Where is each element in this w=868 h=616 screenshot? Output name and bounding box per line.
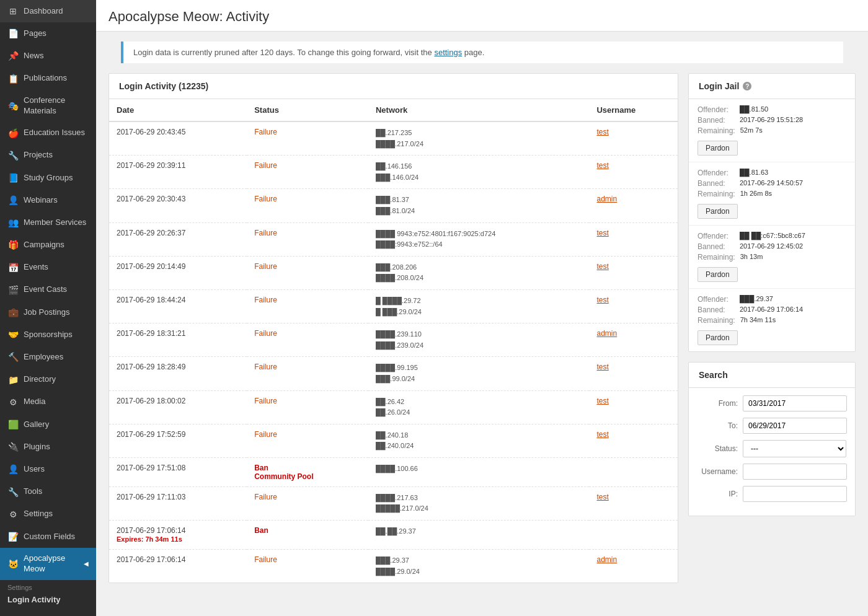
username-link[interactable]: test bbox=[596, 229, 608, 237]
cell-status: BanCommunity Pool bbox=[247, 457, 368, 486]
cell-status: Failure bbox=[247, 256, 368, 289]
cell-network: ████.99.195███.99.0/24 bbox=[368, 357, 589, 390]
username-link[interactable]: admin bbox=[596, 555, 617, 564]
sidebar-item-dashboard[interactable]: ⊞ Dashboard bbox=[0, 0, 96, 22]
sidebar-item-news[interactable]: 📌 News bbox=[0, 45, 96, 67]
sidebar-item-sponsorships[interactable]: 🤝 Sponsorships bbox=[0, 323, 96, 346]
pardon-button[interactable]: Pardon bbox=[698, 141, 738, 156]
sidebar-item-employees[interactable]: 🔨 Employees bbox=[0, 346, 96, 368]
table-row: 2017-06-29 17:11:03Failure████.217.63███… bbox=[109, 486, 678, 520]
sidebar-item-job-postings[interactable]: 💼 Job Postings bbox=[0, 301, 96, 323]
status-badge: Failure bbox=[254, 161, 277, 170]
banned-value: 2017-06-29 12:45:02 bbox=[740, 242, 803, 251]
username-link[interactable]: test bbox=[596, 493, 608, 501]
username-link[interactable]: test bbox=[596, 296, 608, 304]
username-link[interactable]: test bbox=[596, 128, 608, 136]
banned-label: Banned: bbox=[698, 116, 735, 125]
notice-text: Login data is currently pruned after 120… bbox=[133, 48, 432, 57]
offender-value: ███.29.37 bbox=[740, 295, 773, 304]
settings-section-label: Settings bbox=[0, 580, 96, 592]
table-row: 2017-06-29 17:52:59Failure██.240.18██.24… bbox=[109, 424, 678, 457]
offender-value: ██.81.50 bbox=[740, 105, 768, 114]
cell-username: test bbox=[589, 121, 678, 156]
table-row: 2017-06-29 18:31:21Failure████.239.110██… bbox=[109, 323, 678, 357]
status-badge: Ban bbox=[254, 526, 268, 535]
settings-link[interactable]: settings bbox=[434, 48, 462, 57]
projects-icon: 🔧 bbox=[7, 150, 19, 161]
sidebar-item-gallery[interactable]: 🟩 Gallery bbox=[0, 413, 96, 436]
activity-table-header: Login Activity (12235) bbox=[109, 74, 678, 99]
sidebar-item-directory[interactable]: 📁 Directory bbox=[0, 369, 96, 391]
publications-icon: 📋 bbox=[7, 73, 19, 84]
sidebar-item-publications[interactable]: 📋 Publications bbox=[0, 68, 96, 90]
pardon-button[interactable]: Pardon bbox=[698, 204, 738, 219]
to-label: To: bbox=[698, 421, 738, 430]
username-link[interactable]: test bbox=[596, 363, 608, 371]
login-activity-label: Login Activity bbox=[0, 592, 96, 609]
remaining-value: 52m 7s bbox=[740, 126, 763, 135]
activity-table-panel: Login Activity (12235) Date Status Netwo… bbox=[108, 73, 678, 583]
username-input[interactable] bbox=[743, 464, 847, 480]
username-link[interactable]: test bbox=[596, 430, 608, 439]
help-icon[interactable]: ? bbox=[743, 82, 751, 90]
cell-date: 2017-06-29 17:06:14Expires: 7h 34m 11s bbox=[109, 521, 247, 550]
cell-network: ██.26.42██.26.0/24 bbox=[368, 390, 589, 424]
jail-offender-row: Offender: ██ ██:c67::5bc8:c67 bbox=[698, 232, 846, 240]
offender-value: ██ ██:c67::5bc8:c67 bbox=[740, 232, 805, 240]
gallery-icon: 🟩 bbox=[7, 419, 19, 430]
sidebar-item-settings[interactable]: ⚙ Settings bbox=[0, 503, 96, 526]
sidebar-item-custom-fields[interactable]: 📝 Custom Fields bbox=[0, 526, 96, 548]
ip-label: IP: bbox=[698, 490, 738, 498]
pardon-button[interactable]: Pardon bbox=[698, 267, 738, 282]
jail-banned-row: Banned: 2017-06-29 15:51:28 bbox=[698, 116, 846, 125]
status-badge: BanCommunity Pool bbox=[254, 464, 313, 481]
sidebar-item-conference-materials[interactable]: 🎭 Conference Materials bbox=[0, 90, 96, 122]
to-input[interactable] bbox=[743, 418, 847, 434]
banned-value: 2017-06-29 15:51:28 bbox=[740, 116, 803, 125]
pardon-button[interactable]: Pardon bbox=[698, 330, 738, 345]
sidebar-item-plugins[interactable]: 🔌 Plugins bbox=[0, 436, 96, 458]
table-row: 2017-06-29 20:26:37Failure████ 9943:e752… bbox=[109, 222, 678, 256]
jail-offender-row: Offender: ███.29.37 bbox=[698, 295, 846, 304]
sidebar-item-media[interactable]: ⚙ Media bbox=[0, 391, 96, 413]
custom-fields-icon: 📝 bbox=[7, 531, 19, 542]
cell-username: admin bbox=[589, 323, 678, 357]
status-select[interactable]: --- Failure Ban bbox=[743, 440, 846, 457]
sidebar-item-webinars[interactable]: 👤 Webinars bbox=[0, 189, 96, 211]
cell-status: Failure bbox=[247, 390, 368, 424]
sidebar: ⊞ Dashboard 📄 Pages 📌 News 📋 Publication… bbox=[0, 0, 96, 616]
status-badge: Failure bbox=[254, 229, 277, 237]
remaining-label: Remaining: bbox=[698, 253, 735, 262]
from-input[interactable] bbox=[743, 395, 847, 411]
cell-username: test bbox=[589, 390, 678, 424]
to-row: To: bbox=[698, 418, 846, 434]
sidebar-item-users[interactable]: 👤 Users bbox=[0, 458, 96, 480]
sidebar-item-pages[interactable]: 📄 Pages bbox=[0, 22, 96, 45]
sidebar-item-member-services[interactable]: 👥 Member Services bbox=[0, 211, 96, 234]
username-link[interactable]: test bbox=[596, 397, 608, 405]
sidebar-item-projects[interactable]: 🔧 Projects bbox=[0, 144, 96, 167]
username-link[interactable]: admin bbox=[596, 329, 617, 338]
login-jail-header: Login Jail ? bbox=[689, 74, 855, 99]
media-icon: ⚙ bbox=[7, 397, 19, 408]
status-badge: Failure bbox=[254, 329, 277, 338]
status-row: Status: --- Failure Ban bbox=[698, 440, 846, 457]
sidebar-item-education-issues[interactable]: 🍎 Education Issues bbox=[0, 122, 96, 144]
apocalypse-meow-icon: 🐱 bbox=[7, 558, 19, 570]
cell-date: 2017-06-29 20:26:37 bbox=[109, 222, 247, 256]
username-link[interactable]: admin bbox=[596, 195, 617, 203]
cell-status: Failure bbox=[247, 222, 368, 256]
sidebar-item-tools[interactable]: 🔧 Tools bbox=[0, 481, 96, 503]
sidebar-item-events[interactable]: 📅 Events bbox=[0, 257, 96, 279]
username-link[interactable]: test bbox=[596, 262, 608, 271]
sidebar-item-apocalypse-meow[interactable]: 🐱 Apocalypse Meow ◀ bbox=[0, 548, 96, 580]
sidebar-item-campaigns[interactable]: 🎁 Campaigns bbox=[0, 234, 96, 256]
sidebar-item-event-casts[interactable]: 🎬 Event Casts bbox=[0, 279, 96, 301]
sidebar-item-study-groups[interactable]: 📘 Study Groups bbox=[0, 167, 96, 189]
username-link[interactable]: test bbox=[596, 161, 608, 170]
status-badge: Failure bbox=[254, 128, 277, 136]
ip-input[interactable] bbox=[743, 486, 847, 502]
banned-label: Banned: bbox=[698, 179, 735, 188]
cell-status: Failure bbox=[247, 424, 368, 457]
activity-table: Date Status Network Username 2017-06-29 … bbox=[109, 99, 678, 583]
